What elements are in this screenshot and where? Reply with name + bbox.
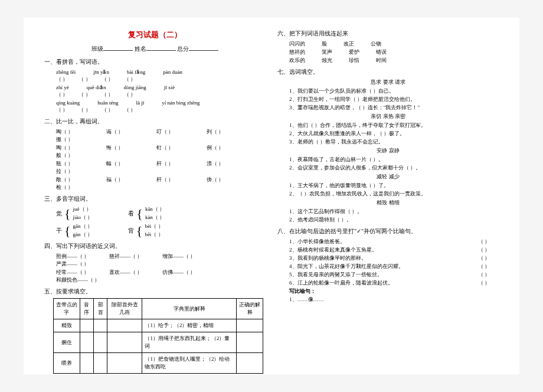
word-bank: 恳求 要求 请求 (277, 79, 499, 86)
poly-char: 看 (128, 210, 134, 218)
section-4: 四、写出下列词语的近义词。 照例——（ ）慈祥——（ ）增加——（ ）严肃——（… (44, 242, 266, 284)
char-blank: 列（ ） (207, 128, 257, 136)
brace-icon: { (136, 208, 143, 219)
q: 2、会议室里，参加会议的人很多，但大家都十分（ ）。 (289, 164, 499, 172)
paren: （ ） (478, 271, 490, 279)
q: 1、这个工艺品制作得很（ ）。 (289, 208, 499, 215)
header-line: 班级 姓名 总分 (44, 44, 266, 53)
pinyin: zhí yè (56, 84, 69, 90)
match-word: 欢乐的 (289, 57, 305, 64)
word-bank: 精致 精细 (277, 199, 499, 207)
word-bank: 减轻 减少 (277, 173, 499, 181)
th: 部首 (94, 299, 107, 319)
write-line: 1、……像…… (289, 296, 499, 303)
q: 1、他们（ ）合作，团结战斗，终于夺取了女子双打冠军。 (289, 122, 499, 129)
section-6: 六、把下列词语用线连起来 闪闪的脸改正公物 慈祥的笑声爱护错误 欢乐的烛光珍惜时… (277, 30, 499, 64)
poly-char: 觉 (56, 210, 62, 218)
char-blank: 啕（ ） (56, 144, 106, 152)
blank: （ ） (78, 76, 90, 83)
char-blank: 检（ ） (56, 184, 106, 191)
poly-reading: jiào（ ） (73, 214, 93, 221)
td: 喂养 (54, 353, 80, 374)
paren: （ ） (478, 246, 490, 254)
char-blank: 悔（ ） (106, 144, 156, 152)
sentence: 5、我看见母亲的两鬓又添了一些银丝。 (289, 271, 382, 279)
syn: 照例——（ ） (56, 253, 109, 260)
brace-icon: { (136, 226, 143, 236)
name-label: 姓名 (135, 45, 146, 52)
blank: （ ） (102, 91, 113, 99)
char-blank: 般（ ） (56, 152, 106, 159)
poly-reading: gān（ ） (73, 223, 93, 230)
sentence: 1、小华长得像他爸爸。 (289, 238, 345, 246)
pinyin: quē diǎn (87, 84, 106, 90)
th: 正确的解释 (237, 299, 263, 319)
section-7: 七、选词填空。 恳求 要求 请求 1、我们要以一个少先队员的标准（ ）自己。 2… (277, 68, 499, 224)
word-bank: 亲切 亲热 亲密 (277, 113, 499, 120)
paren: （ ） (478, 254, 490, 262)
blank: （ ） (124, 76, 136, 83)
match-word: 公物 (371, 40, 381, 48)
class-label: 班级 (91, 45, 103, 52)
char-blank: 福（ ） (106, 176, 156, 184)
blank: （ ） (102, 76, 113, 83)
match-word: 爱护 (349, 48, 359, 56)
syn: 经常——（ ） (56, 269, 109, 276)
sentence: 6、江上的轮船像一叶扁舟，随着波浪起伏。 (289, 279, 393, 287)
td-def: （1）把食物送到人嘴里；（2）给动物东西吃 (142, 353, 237, 374)
word-bank: 安静 寂静 (277, 147, 499, 155)
match-word: 时间 (376, 57, 387, 64)
q: 2、他考虑问题特别（ ）。 (289, 216, 499, 224)
pinyin: huān téng (97, 100, 118, 106)
brace-icon: { (64, 208, 71, 219)
sentence: 3、我看到的杨桃像平时的那样。 (289, 254, 367, 262)
section-3-title: 三、多音字组词。 (44, 195, 266, 203)
char-blank: 幅（ ） (106, 160, 156, 168)
pinyin: pàn duàn (163, 69, 182, 75)
char-blank: 钉（ ） (156, 144, 207, 152)
td: 精致 (54, 319, 80, 332)
doc-title: 复习试题（二） (44, 30, 266, 40)
score-label: 总分 (177, 45, 189, 52)
write-label: 写比喻句： (289, 288, 499, 295)
char-blank: 杆（ ） (156, 176, 207, 184)
poly-reading: jué（ ） (73, 205, 93, 213)
paren: （ ） (478, 279, 490, 287)
char-blank: 例（ ） (207, 144, 257, 152)
q: 1、我们要以一个少先队员的标准（ ）自己。 (289, 87, 499, 95)
pinyin: zhēng fēi (56, 69, 76, 75)
q: 2、打扫卫生时，一组同学（ ）老师把脏活交给他们。 (289, 96, 499, 103)
sentence: 4、阳光下，山茶花好像千万颗红星似的在闪耀。 (289, 263, 404, 270)
q: 2、（ ）农民负担，增加农民收入，这是我们的一贯政策。 (289, 190, 499, 198)
pinyin: yí nán bìng zhēng (162, 100, 199, 106)
section-2: 二、比一比，再组词。 啕（ ）诲（ ）叮（ ）列（ ）搬（ ） 啕（ ）悔（ ）… (44, 117, 266, 191)
blank: （ ） (124, 106, 136, 114)
paren: （ ） (478, 238, 490, 246)
section-8-title: 八、在比喻句后边的括号里打"✓"并仿写两个比喻句。 (277, 227, 499, 236)
match-word: 烛光 (322, 57, 332, 64)
blank: （ ） (78, 91, 90, 99)
td-def: （1）给予；（2）精密，精细 (142, 319, 237, 332)
pinyin: dòng jiāng (124, 84, 146, 90)
pinyin: bài fǎng (127, 69, 145, 75)
blank: （ ） (56, 106, 68, 114)
section-5-title: 五、按要求填空。 (44, 288, 266, 296)
blank: （ ） (56, 76, 68, 83)
td-def: （1）用绳子把东西扎起来；（2）量词 (142, 332, 237, 353)
char-blank: 杆（ ） (156, 160, 207, 168)
section-3: 三、多音字组词。 觉{jué（ ）jiào（ ） 看{kān（ ）kàn（ ） … (44, 195, 266, 239)
poly-reading: bèi（ ） (145, 223, 163, 230)
match-word: 脸 (322, 40, 327, 48)
section-4-title: 四、写出下列词语的近义词。 (44, 242, 266, 250)
q: 2、大伙儿就像久别重逢的亲人一样，（ ）极了。 (289, 130, 499, 138)
char-blank: 诲（ ） (106, 128, 156, 136)
section-5: 五、按要求填空。 查带点的字 音序 部首 除部首外查几画 字典里的解释 正确的解… (44, 288, 266, 374)
blank: （ ） (56, 91, 68, 99)
poly-reading: kān（ ） (145, 205, 165, 213)
match-word: 闪闪的 (289, 40, 305, 48)
section-1-title: 一、看拼音，写词语。 (44, 58, 266, 66)
syn: 喜欢——（ ） (109, 269, 162, 276)
char-blank: 搬（ ） (56, 136, 106, 143)
blank: （ ） (78, 106, 90, 114)
pinyin: jīn yǎn (93, 69, 109, 75)
